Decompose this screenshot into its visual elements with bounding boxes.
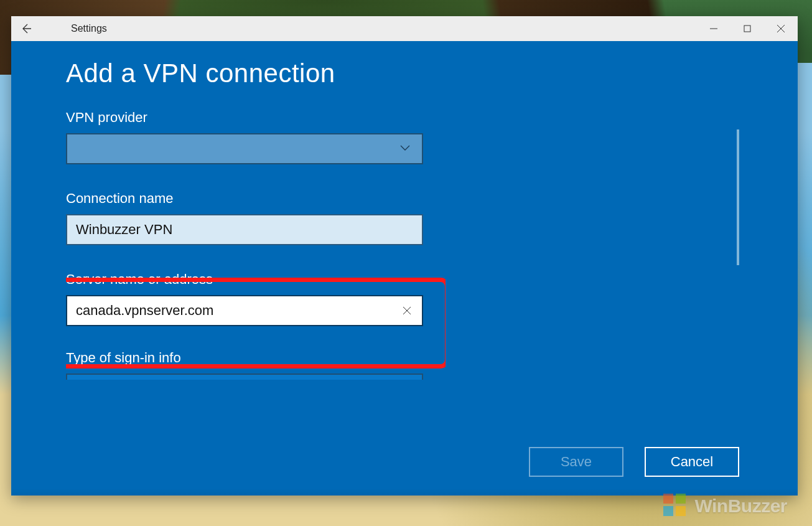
clear-input-button[interactable]: [399, 303, 414, 318]
dialog-scrollbar[interactable]: [737, 129, 739, 265]
save-button[interactable]: Save: [529, 447, 623, 477]
maximize-button[interactable]: [730, 16, 764, 41]
dialog-title: Add a VPN connection: [66, 59, 798, 88]
close-icon: [777, 24, 785, 33]
label-connection-name: Connection name: [66, 190, 446, 207]
dialog-button-row: Save Cancel: [529, 447, 739, 477]
add-vpn-dialog: Add a VPN connection VPN provider Connec…: [11, 41, 798, 495]
field-connection-name: Connection name Winbuzzer VPN: [66, 190, 446, 245]
cancel-button[interactable]: Cancel: [645, 447, 739, 477]
minimize-icon: [709, 24, 718, 33]
form-fields: VPN provider Connection name Winbuzzer V…: [66, 110, 446, 408]
field-server-address: Server name or address: [66, 271, 446, 326]
svg-rect-0: [744, 26, 750, 32]
maximize-icon: [744, 25, 751, 32]
label-signin-type: Type of sign-in info: [66, 350, 446, 366]
close-button[interactable]: [764, 16, 798, 41]
label-server-address: Server name or address: [66, 271, 446, 288]
x-icon: [401, 305, 413, 316]
settings-window: Settings Mobile hotspo: [11, 16, 798, 495]
chevron-down-icon: [398, 141, 412, 157]
server-address-value[interactable]: [76, 303, 394, 319]
label-vpn-provider: VPN provider: [66, 110, 446, 126]
connection-name-value: Winbuzzer VPN: [76, 222, 172, 238]
window-title: Settings: [71, 23, 107, 34]
back-button[interactable]: [11, 16, 41, 41]
minimize-button[interactable]: [697, 16, 730, 41]
server-address-input[interactable]: [66, 295, 423, 326]
connection-name-input[interactable]: Winbuzzer VPN: [66, 214, 423, 245]
arrow-left-icon: [20, 22, 32, 35]
window-controls: [697, 16, 798, 41]
signin-type-dropdown[interactable]: [66, 373, 423, 380]
titlebar: Settings: [11, 16, 798, 41]
field-vpn-provider: VPN provider: [66, 110, 446, 164]
vpn-provider-dropdown[interactable]: [66, 133, 423, 164]
field-signin-type: Type of sign-in info: [66, 350, 446, 380]
